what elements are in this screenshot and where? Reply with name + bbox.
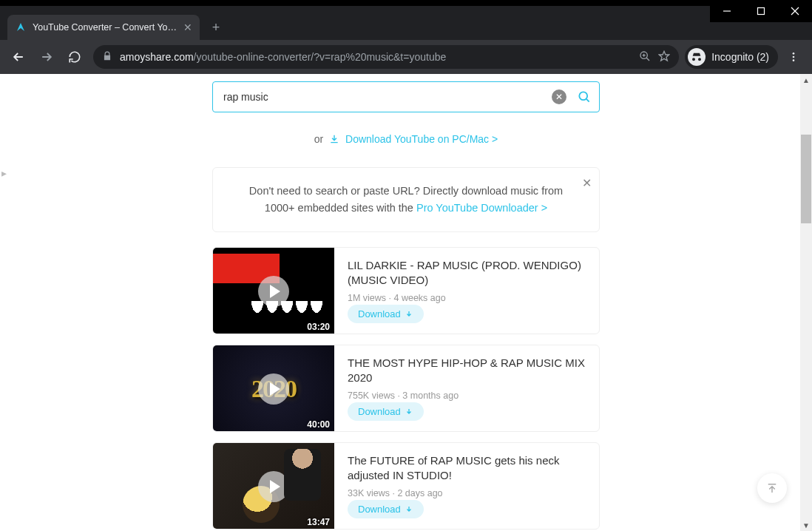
result-body: LIL DARKIE - RAP MUSIC (PROD. WENDIGO) (…	[334, 248, 599, 334]
video-meta: 755K views · 3 months ago	[348, 390, 586, 401]
browser-toolbar: amoyshare.com/youtube-online-converter/?…	[0, 40, 812, 74]
result-body: THE MOST HYPE HIP-HOP & RAP MUSIC MIX 20…	[334, 345, 599, 431]
svg-rect-1	[758, 8, 765, 15]
video-title[interactable]: THE MOST HYPE HIP-HOP & RAP MUSIC MIX 20…	[348, 356, 586, 386]
tab-close-icon[interactable]: ✕	[183, 21, 192, 33]
video-title[interactable]: LIL DARKIE - RAP MUSIC (PROD. WENDIGO) (…	[348, 258, 586, 288]
scrollbar-thumb[interactable]	[801, 135, 811, 223]
reload-button[interactable]	[62, 44, 87, 70]
svg-line-13	[586, 99, 589, 102]
lock-icon	[102, 51, 112, 64]
panel-expand-handle[interactable]: ▸	[1, 167, 7, 179]
download-desktop-link[interactable]: Download YouTube on PC/Mac >	[345, 133, 498, 145]
svg-point-11	[793, 59, 795, 61]
tab-strip: YouTube Converter – Convert YouTube ✕ +	[0, 6, 812, 40]
site-favicon-icon	[15, 21, 27, 33]
new-tab-button[interactable]: +	[206, 17, 226, 38]
result-card: 03:20 LIL DARKIE - RAP MUSIC (PROD. WEND…	[212, 247, 600, 334]
video-thumbnail[interactable]: 03:20	[213, 248, 334, 334]
svg-point-10	[793, 56, 795, 58]
browser-menu-button[interactable]	[781, 44, 806, 70]
notice-close-icon[interactable]: ✕	[582, 174, 592, 193]
download-label: Download	[358, 406, 401, 417]
window-controls	[710, 0, 812, 22]
svg-point-12	[579, 92, 587, 100]
download-button[interactable]: Download	[348, 402, 424, 421]
zoom-icon[interactable]	[639, 50, 651, 64]
video-duration: 03:20	[307, 322, 330, 332]
svg-line-5	[646, 58, 649, 61]
result-card: 2020 40:00 THE MOST HYPE HIP-HOP & RAP M…	[212, 345, 600, 432]
scrollbar-down-arrow[interactable]: ▼	[800, 519, 812, 531]
address-path: /youtube-online-converter/?v=rap%20music…	[194, 51, 447, 63]
window-maximize-button[interactable]	[744, 0, 778, 22]
video-thumbnail[interactable]: 2020 40:00	[213, 345, 334, 432]
download-icon	[329, 134, 339, 146]
promo-notice: ✕ Don't need to search or paste URL? Dir…	[212, 167, 600, 232]
forward-button[interactable]	[34, 44, 59, 70]
address-url: amoyshare.com/youtube-online-converter/?…	[120, 51, 632, 63]
video-meta: 33K views · 2 days ago	[348, 488, 586, 498]
back-button[interactable]	[6, 44, 31, 70]
pro-downloader-link[interactable]: Pro YouTube Downloader >	[416, 202, 547, 214]
result-body: The FUTURE of RAP MUSIC gets his neck ad…	[334, 443, 599, 529]
address-host: amoyshare.com	[120, 51, 194, 63]
play-icon	[258, 471, 289, 502]
play-icon	[258, 276, 289, 307]
page-viewport: ▸ ✕ or Download YouTube on PC/Mac > ✕ Do…	[0, 74, 812, 531]
download-label: Download	[358, 504, 401, 515]
back-to-top-button[interactable]	[757, 473, 787, 503]
tab-active[interactable]: YouTube Converter – Convert YouTube ✕	[7, 15, 200, 40]
download-arrow-icon	[405, 407, 413, 416]
download-button[interactable]: Download	[348, 500, 424, 518]
video-duration: 13:47	[307, 517, 330, 527]
video-thumbnail[interactable]: 13:47	[213, 443, 334, 530]
address-bar[interactable]: amoyshare.com/youtube-online-converter/?…	[93, 45, 679, 69]
download-button[interactable]: Download	[348, 305, 424, 323]
svg-marker-8	[660, 51, 669, 61]
search-button[interactable]	[577, 89, 592, 104]
download-label: Download	[358, 308, 401, 319]
search-input[interactable]	[223, 91, 552, 103]
search-box: ✕	[212, 81, 600, 112]
play-icon	[258, 373, 289, 405]
clear-search-icon[interactable]: ✕	[552, 89, 566, 104]
video-duration: 40:00	[307, 419, 330, 430]
result-card: 13:47 The FUTURE of RAP MUSIC gets his n…	[212, 442, 600, 530]
incognito-label: Incognito (2)	[711, 51, 769, 63]
window-minimize-button[interactable]	[710, 0, 744, 22]
scrollbar-track[interactable]: ▲ ▼	[800, 74, 812, 531]
svg-point-9	[793, 53, 795, 55]
or-text: or	[314, 133, 323, 145]
incognito-icon	[688, 48, 706, 66]
window-titlebar	[0, 0, 812, 6]
window-close-button[interactable]	[778, 0, 812, 22]
alt-download-line: or Download YouTube on PC/Mac >	[110, 133, 702, 146]
page-content: ✕ or Download YouTube on PC/Mac > ✕ Don'…	[110, 74, 702, 530]
bookmark-star-icon[interactable]	[658, 50, 670, 64]
video-title[interactable]: The FUTURE of RAP MUSIC gets his neck ad…	[348, 453, 586, 484]
results-list: 03:20 LIL DARKIE - RAP MUSIC (PROD. WEND…	[212, 247, 600, 530]
download-arrow-icon	[405, 505, 413, 514]
scrollbar-up-arrow[interactable]: ▲	[800, 74, 812, 86]
incognito-indicator[interactable]: Incognito (2)	[685, 45, 778, 69]
video-meta: 1M views · 4 weeks ago	[348, 293, 586, 303]
download-arrow-icon	[405, 310, 413, 319]
tab-title: YouTube Converter – Convert YouTube	[33, 22, 179, 33]
